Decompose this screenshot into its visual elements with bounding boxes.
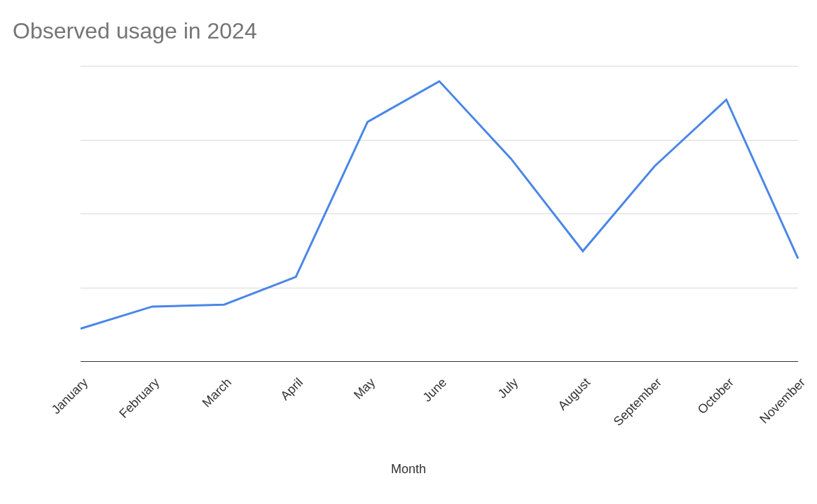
chart-title: Observed usage in 2024	[13, 18, 257, 44]
chart-line-svg	[81, 66, 798, 362]
x-tick-label: June	[420, 375, 449, 405]
x-tick-label: October	[694, 375, 736, 417]
x-tick-label: July	[495, 375, 521, 401]
x-axis-title: Month	[391, 462, 426, 477]
x-tick-label: November	[757, 375, 809, 427]
x-tick-label: January	[49, 375, 91, 417]
x-tick-label: September	[611, 375, 665, 429]
x-tick-label: February	[116, 375, 163, 421]
x-tick-label: April	[278, 375, 306, 403]
x-tick-label: March	[199, 375, 234, 410]
x-tick-label: May	[351, 375, 378, 402]
x-tick-label: August	[555, 375, 593, 413]
chart-line	[81, 81, 798, 328]
x-tick-labels: JanuaryFebruaryMarchAprilMayJuneJulyAugu…	[81, 371, 798, 455]
plot-area	[81, 66, 798, 362]
